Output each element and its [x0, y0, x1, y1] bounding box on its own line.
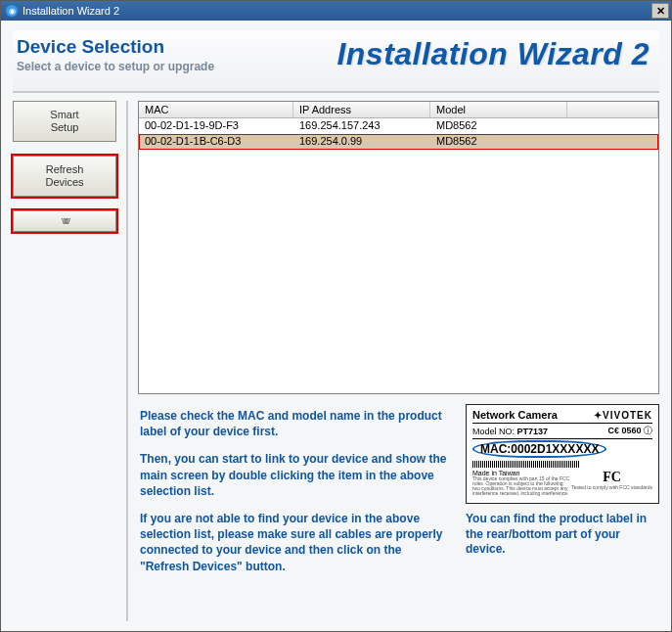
- smart-setup-button[interactable]: Smart Setup: [13, 101, 116, 142]
- table-body: 00-02-D1-19-9D-F3169.254.157.243MD856200…: [139, 118, 658, 393]
- label-model-key: Model NO:: [472, 427, 515, 436]
- label-brand: ✦VIVOTEK: [594, 410, 652, 421]
- col-mac[interactable]: MAC: [139, 102, 293, 117]
- header: Device Selection Select a device to setu…: [13, 30, 659, 93]
- refresh-devices-button[interactable]: Refresh Devices: [13, 156, 116, 197]
- smart-setup-label-2: Setup: [51, 121, 79, 134]
- table-header: MAC IP Address Model: [139, 102, 658, 118]
- titlebar: ◉ Installation Wizard 2 ✕: [1, 1, 671, 21]
- label-fineprint: This device complies with part 15 of the…: [472, 476, 570, 496]
- fcc-icon: FC: [571, 470, 652, 485]
- col-ip[interactable]: IP Address: [293, 102, 430, 117]
- instruction-p2: Then, you can start to link to your devi…: [140, 451, 450, 499]
- fcc-fineprint: Tested to comply with FCC standards: [571, 485, 652, 490]
- col-spacer: [567, 102, 658, 117]
- app-icon: ◉: [5, 4, 19, 18]
- device-table: MAC IP Address Model 00-02-D1-19-9D-F316…: [138, 101, 659, 394]
- app-window: ◉ Installation Wizard 2 ✕ Device Selecti…: [0, 0, 672, 632]
- close-button[interactable]: ✕: [651, 3, 669, 19]
- cell-model: MD8562: [430, 118, 567, 134]
- product-label-image: Network Camera ✦VIVOTEK Model NO: PT7137…: [466, 404, 659, 504]
- table-row[interactable]: 00-02-D1-1B-C6-D3169.254.0.99MD8562: [139, 134, 658, 150]
- label-mac-value: 0002D1XXXXXX: [511, 442, 599, 456]
- cell-model: MD8562: [430, 134, 567, 150]
- smart-setup-label-1: Smart: [50, 109, 78, 121]
- expand-button[interactable]: vvv: [13, 210, 116, 232]
- content-area: Device Selection Select a device to setu…: [1, 21, 671, 631]
- label-caption: You can find the product label in the re…: [466, 512, 659, 558]
- instruction-p3: If you are not able to find your device …: [140, 511, 450, 574]
- label-title: Network Camera: [472, 409, 558, 421]
- brand-title: Installation Wizard 2: [336, 36, 655, 72]
- cell-mac: 00-02-D1-19-9D-F3: [139, 118, 293, 134]
- barcode-icon: [472, 461, 580, 468]
- refresh-label-1: Refresh: [46, 163, 84, 176]
- col-model[interactable]: Model: [430, 102, 567, 117]
- refresh-label-2: Devices: [45, 176, 83, 189]
- window-title: Installation Wizard 2: [22, 5, 119, 17]
- instructions: Please check the MAC and model name in t…: [138, 404, 452, 586]
- product-label-block: Network Camera ✦VIVOTEK Model NO: PT7137…: [466, 404, 659, 586]
- page-subtitle: Select a device to setup or upgrade: [17, 60, 336, 73]
- below-table: Please check the MAC and model name in t…: [138, 404, 659, 586]
- cell-mac: 00-02-D1-1B-C6-D3: [139, 134, 293, 150]
- main: MAC IP Address Model 00-02-D1-19-9D-F316…: [138, 101, 659, 621]
- chevron-down-icon: vvv: [62, 215, 67, 227]
- cell-ip: 169.254.0.99: [293, 134, 430, 150]
- body: Smart Setup Refresh Devices vvv MAC IP A…: [13, 101, 659, 621]
- label-ce: C€ 0560: [607, 426, 641, 435]
- cell-ip: 169.254.157.243: [293, 118, 430, 134]
- instruction-p1: Please check the MAC and model name in t…: [140, 408, 450, 439]
- sidebar: Smart Setup Refresh Devices vvv: [13, 101, 128, 621]
- page-title: Device Selection: [17, 36, 336, 58]
- label-model-no: PT7137: [517, 427, 549, 436]
- label-mac-key: MAC:: [480, 442, 511, 456]
- label-mac-row: MAC:0002D1XXXXXX: [472, 439, 652, 459]
- table-row[interactable]: 00-02-D1-19-9D-F3169.254.157.243MD8562: [139, 118, 658, 134]
